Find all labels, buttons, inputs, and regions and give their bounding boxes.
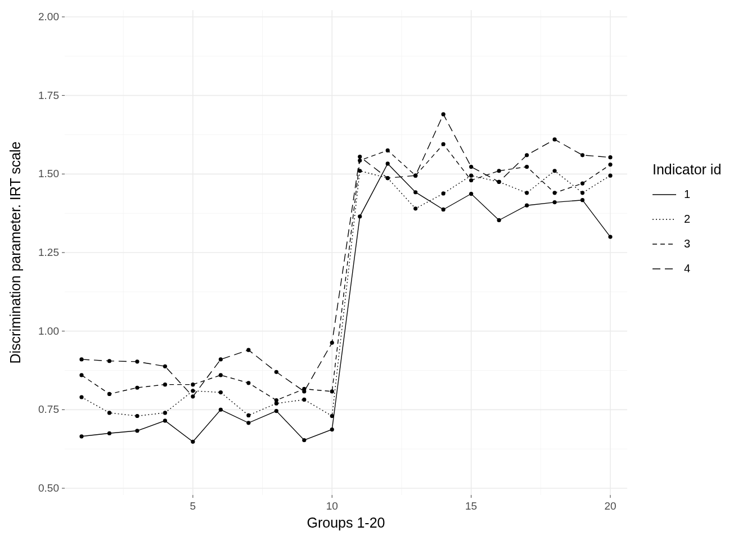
- legend-label: 4: [684, 262, 690, 274]
- data-point: [107, 392, 111, 396]
- data-point: [442, 208, 446, 212]
- data-point: [442, 191, 446, 195]
- data-point: [386, 148, 390, 152]
- data-point: [525, 191, 529, 195]
- data-point: [469, 165, 473, 169]
- x-tick-label: 5: [190, 500, 196, 512]
- data-point: [302, 389, 306, 393]
- data-point: [525, 153, 529, 157]
- data-point: [79, 434, 83, 438]
- data-point: [135, 386, 139, 390]
- data-point: [525, 204, 529, 208]
- data-point: [163, 418, 167, 422]
- data-point: [608, 155, 612, 159]
- y-axis-title: Discrimination parameter. IRT scale: [7, 141, 23, 363]
- data-point: [469, 178, 473, 182]
- data-point: [135, 414, 139, 418]
- data-point: [330, 341, 334, 345]
- data-point: [608, 174, 612, 178]
- data-point: [274, 398, 278, 402]
- y-tick-label: 1.00: [38, 325, 59, 337]
- data-point: [497, 218, 501, 222]
- legend-item: 3: [652, 237, 690, 250]
- chart-container: 0.500.751.001.251.501.752.005101520Group…: [0, 0, 756, 540]
- data-point: [219, 408, 223, 412]
- data-point: [191, 394, 195, 398]
- data-point: [246, 413, 250, 417]
- data-point: [135, 359, 139, 363]
- data-point: [219, 373, 223, 377]
- data-point: [135, 429, 139, 433]
- data-point: [274, 409, 278, 413]
- data-point: [330, 428, 334, 431]
- data-point: [525, 165, 529, 169]
- data-point: [608, 235, 612, 238]
- x-tick-label: 15: [465, 500, 477, 512]
- data-point: [274, 370, 278, 374]
- data-point: [469, 174, 473, 178]
- legend-item: 4: [652, 262, 690, 274]
- data-point: [163, 382, 167, 386]
- chart-svg: 0.500.751.001.251.501.752.005101520Group…: [0, 0, 756, 540]
- data-point: [219, 390, 223, 394]
- data-point: [386, 176, 390, 180]
- data-point: [246, 421, 250, 425]
- data-point: [358, 155, 362, 159]
- data-point: [107, 431, 111, 435]
- data-point: [107, 359, 111, 363]
- legend: Indicator id1234: [652, 161, 721, 274]
- data-point: [79, 395, 83, 399]
- data-point: [497, 180, 501, 184]
- data-point: [358, 214, 362, 218]
- data-point: [580, 191, 584, 195]
- data-point: [191, 389, 195, 393]
- y-tick-label: 0.75: [38, 403, 59, 415]
- data-point: [552, 200, 556, 204]
- legend-label: 3: [684, 237, 690, 250]
- data-point: [580, 181, 584, 185]
- data-point: [580, 153, 584, 157]
- data-point: [580, 198, 584, 202]
- data-point: [330, 414, 334, 418]
- data-point: [552, 191, 556, 195]
- y-tick-label: 1.75: [38, 89, 59, 101]
- data-point: [79, 357, 83, 361]
- x-tick-label: 10: [326, 500, 338, 512]
- data-point: [191, 382, 195, 386]
- data-point: [552, 137, 556, 141]
- data-point: [552, 169, 556, 173]
- legend-label: 2: [684, 213, 690, 225]
- y-tick-label: 1.50: [38, 168, 59, 179]
- legend-label: 1: [684, 188, 690, 200]
- data-point: [497, 169, 501, 173]
- data-point: [442, 142, 446, 146]
- data-point: [330, 389, 334, 393]
- legend-item: 2: [652, 213, 690, 225]
- data-point: [413, 174, 417, 178]
- data-point: [302, 438, 306, 442]
- data-point: [413, 190, 417, 194]
- data-point: [413, 206, 417, 210]
- data-point: [191, 440, 195, 444]
- data-point: [246, 381, 250, 385]
- data-point: [163, 364, 167, 368]
- y-tick-label: 2.00: [38, 11, 59, 22]
- data-point: [107, 411, 111, 415]
- x-tick-label: 20: [604, 500, 616, 512]
- data-point: [386, 161, 390, 165]
- data-point: [302, 398, 306, 402]
- data-point: [163, 411, 167, 415]
- data-point: [442, 112, 446, 116]
- data-point: [469, 192, 473, 196]
- y-tick-label: 0.50: [38, 482, 59, 494]
- data-point: [608, 163, 612, 166]
- data-point: [79, 373, 83, 377]
- legend-item: 1: [652, 188, 690, 200]
- data-point: [219, 357, 223, 361]
- y-tick-label: 1.25: [38, 246, 59, 258]
- data-point: [246, 348, 250, 352]
- x-axis-title: Groups 1-20: [307, 515, 385, 530]
- legend-title: Indicator id: [652, 161, 721, 177]
